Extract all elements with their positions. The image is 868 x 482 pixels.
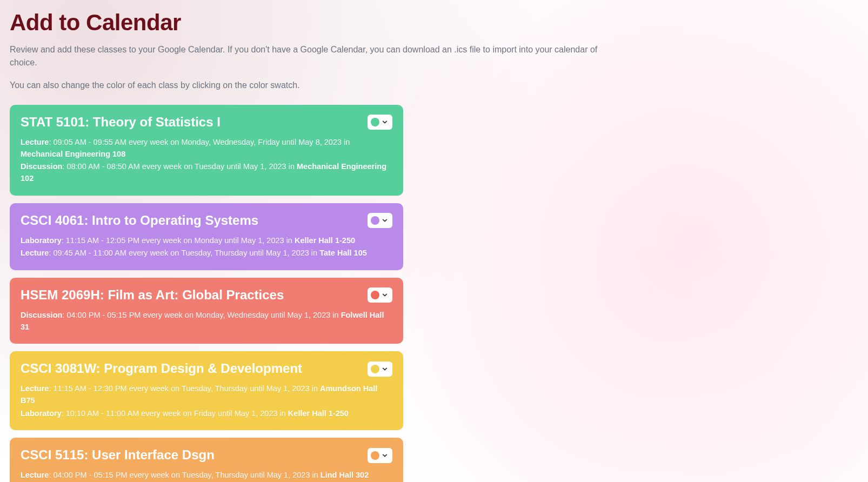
- color-picker-button[interactable]: [368, 213, 392, 228]
- class-card-header: CSCI 5115: User Interface Dsgn: [21, 447, 392, 463]
- session-details: : 08:00 AM - 08:50 AM every week on Tues…: [62, 162, 297, 171]
- class-card-header: CSCI 4061: Intro to Operating Systems: [21, 213, 392, 229]
- class-title: CSCI 4061: Intro to Operating Systems: [21, 213, 258, 229]
- session-location: Keller Hall 1-250: [295, 236, 355, 245]
- color-picker-button[interactable]: [368, 287, 392, 303]
- page-title: Add to Calendar: [10, 10, 858, 36]
- class-card-header: CSCI 3081W: Program Design & Development: [21, 361, 392, 377]
- class-title: CSCI 3081W: Program Design & Development: [21, 361, 302, 377]
- session-type: Lecture: [21, 384, 49, 393]
- class-card: CSCI 5115: User Interface DsgnLecture: 0…: [10, 438, 403, 482]
- session-details: : 09:05 AM - 09:55 AM every week on Mond…: [49, 138, 350, 146]
- class-card-header: STAT 5101: Theory of Statistics I: [21, 115, 392, 130]
- chevron-down-icon: [382, 119, 388, 125]
- class-cards-list: STAT 5101: Theory of Statistics ILecture…: [10, 105, 403, 482]
- session-line: Lecture: 09:05 AM - 09:55 AM every week …: [21, 137, 392, 160]
- session-details: : 10:10 AM - 11:00 AM every week on Frid…: [62, 409, 288, 418]
- session-line: Lecture: 09:45 AM - 11:00 AM every week …: [21, 247, 392, 259]
- class-card: CSCI 3081W: Program Design & Development…: [10, 351, 403, 430]
- chevron-down-icon: [382, 452, 388, 459]
- session-line: Laboratory: 11:15 AM - 12:05 PM every we…: [21, 235, 392, 247]
- session-type: Lecture: [21, 249, 49, 257]
- class-title: HSEM 2069H: Film as Art: Global Practice…: [21, 287, 284, 303]
- session-location: Mechanical Engineering 108: [21, 150, 125, 158]
- session-details: : 04:00 PM - 05:15 PM every week on Mond…: [62, 311, 340, 319]
- color-picker-button[interactable]: [368, 448, 392, 463]
- session-details: : 09:45 AM - 11:00 AM every week on Tues…: [49, 249, 319, 257]
- color-picker-button[interactable]: [368, 362, 392, 377]
- session-location: Tate Hall 105: [319, 249, 367, 257]
- session-location: Lind Hall 302: [321, 471, 369, 479]
- chevron-down-icon: [382, 217, 388, 224]
- color-swatch: [371, 291, 379, 299]
- session-line: Discussion: 08:00 AM - 08:50 AM every we…: [21, 161, 392, 185]
- class-title: STAT 5101: Theory of Statistics I: [21, 115, 221, 130]
- session-type: Lecture: [21, 138, 49, 146]
- chevron-down-icon: [382, 292, 388, 298]
- session-type: Laboratory: [21, 236, 62, 245]
- session-type: Discussion: [21, 311, 62, 319]
- session-line: Discussion: 04:00 PM - 05:15 PM every we…: [21, 310, 392, 333]
- session-details: : 11:15 AM - 12:30 PM every week on Tues…: [49, 384, 320, 393]
- class-title: CSCI 5115: User Interface Dsgn: [21, 447, 215, 463]
- session-type: Lecture: [21, 471, 49, 479]
- color-swatch: [371, 216, 379, 225]
- session-line: Laboratory: 10:10 AM - 11:00 AM every we…: [21, 408, 392, 420]
- chevron-down-icon: [382, 366, 388, 372]
- color-picker-button[interactable]: [368, 115, 392, 130]
- session-location: Keller Hall 1-250: [288, 409, 349, 418]
- color-swatch: [371, 118, 379, 126]
- session-details: : 11:15 AM - 12:05 PM every week on Mond…: [62, 236, 295, 245]
- color-swatch: [371, 365, 379, 373]
- session-type: Laboratory: [21, 409, 62, 418]
- class-card: CSCI 4061: Intro to Operating SystemsLab…: [10, 203, 403, 270]
- page-intro-1: Review and add these classes to your Goo…: [10, 43, 604, 69]
- session-line: Lecture: 11:15 AM - 12:30 PM every week …: [21, 383, 392, 407]
- session-type: Discussion: [21, 162, 62, 171]
- session-details: : 04:00 PM - 05:15 PM every week on Tues…: [49, 471, 320, 479]
- class-card: HSEM 2069H: Film as Art: Global Practice…: [10, 278, 403, 344]
- session-line: Lecture: 04:00 PM - 05:15 PM every week …: [21, 470, 392, 481]
- color-swatch: [371, 451, 379, 460]
- class-card-header: HSEM 2069H: Film as Art: Global Practice…: [21, 287, 392, 303]
- page-intro-2: You can also change the color of each cl…: [10, 79, 604, 92]
- class-card: STAT 5101: Theory of Statistics ILecture…: [10, 105, 403, 196]
